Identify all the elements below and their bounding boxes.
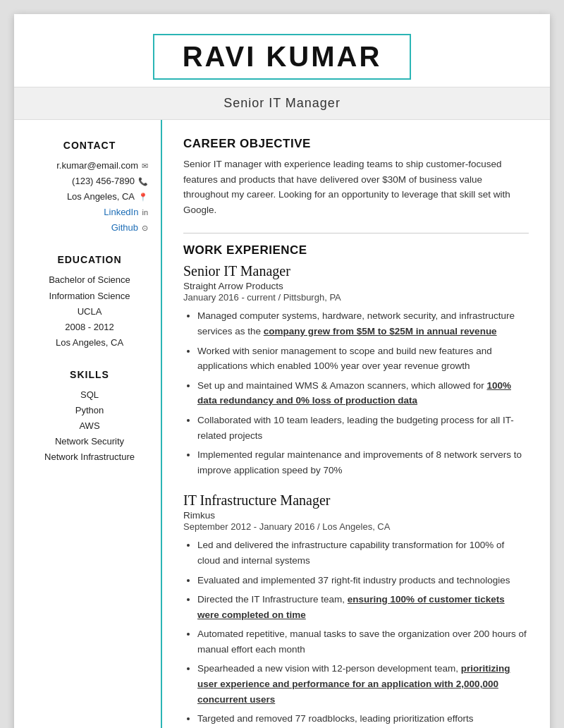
major: Information Science xyxy=(31,289,148,304)
job-1-bullet-1: Managed computer systems, hardware, netw… xyxy=(197,308,529,339)
career-objective-text: Senior IT manager with experience leadin… xyxy=(183,157,529,217)
job-2-title: IT Infrastructure Manager xyxy=(183,492,529,509)
job-1-highlight-3: 100% data redundancy and 0% loss of prod… xyxy=(197,380,511,406)
email-text: r.kumar@email.com xyxy=(56,158,138,174)
edu-years: 2008 - 2012 xyxy=(31,320,148,335)
education-heading: EDUCATION xyxy=(31,254,148,265)
job-2-company: Rimkus xyxy=(183,510,529,521)
job-2-bullet-5: Spearheaded a new vision with 12-person … xyxy=(197,661,529,707)
github-item[interactable]: Github ⊙ xyxy=(31,220,148,236)
location-text: Los Angeles, CA xyxy=(67,189,135,205)
header-title-block: Senior IT Manager xyxy=(14,87,550,120)
github-icon: ⊙ xyxy=(142,222,148,235)
divider-1 xyxy=(183,233,529,233)
degree: Bachelor of Science xyxy=(31,272,148,288)
skills-heading: SKILLS xyxy=(31,369,148,380)
skill-python: Python xyxy=(31,403,148,418)
job-2-bullet-6: Targeted and removed 77 roadblocks, lead… xyxy=(197,711,529,727)
linkedin-icon: in xyxy=(142,206,148,219)
resume: RAVI KUMAR Senior IT Manager CONTACT r.k… xyxy=(14,14,550,728)
skill-network-infrastructure: Network Infrastructure xyxy=(31,449,148,465)
location-item: Los Angeles, CA 📍 xyxy=(31,189,148,205)
job-2: IT Infrastructure Manager Rimkus Septemb… xyxy=(183,492,529,728)
contact-heading: CONTACT xyxy=(31,140,148,151)
job-2-bullet-3: Directed the IT Infrastructure team, ens… xyxy=(197,592,529,622)
job-1-bullets: Managed computer systems, hardware, netw… xyxy=(183,308,529,478)
job-1-date: January 2016 - current / Pittsburgh, PA xyxy=(183,292,529,303)
work-experience-heading: WORK EXPERIENCE xyxy=(183,243,529,257)
job-1-bullet-2: Worked with senior management to scope a… xyxy=(197,344,529,374)
email-icon: ✉ xyxy=(142,159,148,173)
job-1-highlight-1: company grew from $5M to $25M in annual … xyxy=(264,326,497,336)
phone-item: (123) 456-7890 📞 xyxy=(31,174,148,189)
job-1-title: Senior IT Manager xyxy=(183,263,529,279)
job-1-bullet-5: Implemented regular maintenance and impr… xyxy=(197,447,529,478)
job-1-bullet-3: Set up and maintained WMS & Amazon scann… xyxy=(197,378,529,408)
name-heading: RAVI KUMAR xyxy=(153,34,412,80)
email-item: r.kumar@email.com ✉ xyxy=(31,158,148,174)
body: CONTACT r.kumar@email.com ✉ (123) 456-78… xyxy=(14,120,550,728)
job-2-highlight-3: ensuring 100% of customer tickets were c… xyxy=(197,594,505,620)
skills-list: SQL Python AWS Network Security Network … xyxy=(31,387,148,465)
education-section: EDUCATION Bachelor of Science Informatio… xyxy=(31,254,148,350)
job-2-bullets: Led and delivered the infrastructure cap… xyxy=(183,538,529,728)
linkedin-link[interactable]: LinkedIn xyxy=(104,205,138,220)
job-2-highlight-5: prioritizing user experience and perform… xyxy=(197,663,510,704)
sidebar: CONTACT r.kumar@email.com ✉ (123) 456-78… xyxy=(14,120,162,728)
job-2-bullet-1: Led and delivered the infrastructure cap… xyxy=(197,538,529,568)
job-2-bullet-2: Evaluated and implemented 37 right-fit i… xyxy=(197,573,529,588)
location-icon: 📍 xyxy=(138,190,148,204)
job-2-bullet-4: Automated repetitive, manual tasks to sa… xyxy=(197,626,529,657)
linkedin-item[interactable]: LinkedIn in xyxy=(31,205,148,220)
skills-section: SKILLS SQL Python AWS Network Security N… xyxy=(31,369,148,465)
skill-sql: SQL xyxy=(31,387,148,403)
main-content: CAREER OBJECTIVE Senior IT manager with … xyxy=(162,120,550,728)
skill-aws: AWS xyxy=(31,418,148,434)
work-experience-section: WORK EXPERIENCE Senior IT Manager Straig… xyxy=(183,243,529,728)
job-2-date: September 2012 - January 2016 / Los Ange… xyxy=(183,521,529,532)
contact-section: CONTACT r.kumar@email.com ✉ (123) 456-78… xyxy=(31,140,148,236)
career-objective-heading: CAREER OBJECTIVE xyxy=(183,137,529,151)
job-1-company: Straight Arrow Products xyxy=(183,281,529,291)
job-title-header: Senior IT Manager xyxy=(223,96,341,110)
school: UCLA xyxy=(31,304,148,320)
edu-location: Los Angeles, CA xyxy=(31,335,148,351)
phone-text: (123) 456-7890 xyxy=(72,174,135,189)
skill-network-security: Network Security xyxy=(31,434,148,449)
github-link[interactable]: Github xyxy=(111,220,138,236)
job-1: Senior IT Manager Straight Arrow Product… xyxy=(183,263,529,478)
job-1-bullet-4: Collaborated with 10 team leaders, leadi… xyxy=(197,413,529,443)
phone-icon: 📞 xyxy=(138,175,148,188)
education-details: Bachelor of Science Information Science … xyxy=(31,272,148,350)
career-objective-section: CAREER OBJECTIVE Senior IT manager with … xyxy=(183,137,529,217)
header-name-block: RAVI KUMAR xyxy=(14,14,550,87)
